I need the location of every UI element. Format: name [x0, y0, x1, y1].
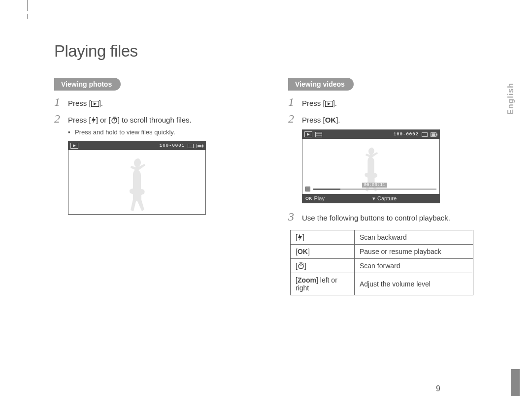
step-number: 1 [288, 95, 302, 109]
movie-icon [315, 132, 322, 137]
photos-step-1: 1 Press []. [54, 95, 268, 109]
svg-rect-15 [316, 132, 322, 137]
table-cell: Scan backward [355, 230, 473, 244]
table-row: [Zoom] left or right Adjust the volume l… [291, 273, 473, 295]
table-row: [] Scan backward [291, 230, 473, 244]
card-icon [188, 144, 194, 148]
step-text: ]. [336, 116, 340, 124]
lcd-status-bar: 100-0001 [68, 141, 205, 150]
timer-icon [298, 262, 304, 269]
photos-column: Viewing photos 1 Press []. 2 Press [] or… [54, 78, 268, 295]
svg-rect-20 [436, 133, 437, 135]
svg-rect-8 [188, 144, 194, 148]
photo-lcd-preview: 100-0001 [68, 141, 206, 215]
play-label: Play [314, 195, 325, 201]
playback-icon [325, 101, 333, 107]
ok-label: OK [325, 116, 336, 124]
step-number: 1 [54, 95, 68, 109]
videos-step-2: 2 Press [OK]. [288, 112, 502, 126]
stop-icon [305, 187, 310, 191]
svg-marker-2 [92, 117, 96, 124]
card-icon [422, 132, 428, 137]
step-text: ]. [333, 99, 337, 107]
zoom-label: Zoom [298, 276, 316, 284]
svg-line-26 [303, 263, 304, 264]
step-text: ] to scroll through files. [118, 116, 192, 124]
playback-controls-table: [] Scan backward [OK] Pause or resume pl… [290, 230, 473, 295]
photos-step-2: 2 Press [] or [] to scroll through files… [54, 112, 268, 126]
svg-rect-11 [198, 145, 201, 147]
file-counter: 100-0001 [160, 143, 185, 148]
language-tab: English [502, 83, 520, 115]
step-text: Use the following buttons to control pla… [302, 213, 450, 224]
progress-bar: 00:00:11 [305, 186, 436, 192]
svg-marker-22 [298, 234, 302, 241]
step-number: 2 [54, 112, 68, 126]
language-tab-marker [511, 369, 520, 396]
language-label: English [506, 83, 515, 115]
silhouette-image [120, 155, 154, 214]
step-number: 3 [288, 210, 302, 223]
video-lcd-preview: 100-0002 00:00:11 OK Play ▾ [302, 129, 440, 203]
ok-label: OK [298, 248, 308, 255]
table-row: [OK] Pause or resume playback [291, 244, 473, 258]
videos-column: Viewing videos 1 Press []. 2 Press [OK].… [288, 78, 502, 295]
videos-step-1: 1 Press []. [288, 95, 502, 109]
videos-step-3: 3 Use the following buttons to control p… [288, 210, 502, 224]
lcd-bottom-bar: OK Play ▾ Capture [302, 194, 439, 203]
step-text: ] or [ [96, 116, 111, 124]
svg-rect-10 [202, 145, 203, 147]
elapsed-time: 00:00:11 [362, 183, 387, 188]
step-text: Press [ [68, 99, 91, 107]
step-text: ]. [99, 99, 103, 107]
battery-icon [431, 132, 437, 137]
step-text: Press [ [68, 116, 91, 124]
svg-marker-13 [328, 102, 331, 105]
capture-label: Capture [377, 195, 397, 201]
step-text: Press [ [302, 99, 325, 107]
svg-marker-7 [73, 144, 76, 147]
step-number: 2 [288, 112, 302, 126]
playback-mode-icon [304, 131, 312, 137]
svg-line-6 [116, 118, 117, 119]
playback-icon [91, 101, 99, 107]
down-arrow-icon: ▾ [372, 196, 375, 201]
table-cell: Pause or resume playback [355, 244, 473, 258]
flash-icon [91, 117, 96, 124]
flash-icon [298, 234, 302, 241]
table-cell: Scan forward [355, 258, 473, 273]
svg-rect-18 [422, 132, 428, 136]
file-counter: 100-0002 [394, 132, 419, 137]
svg-rect-21 [432, 133, 435, 136]
section-label-photos: Viewing photos [54, 78, 121, 91]
ok-indicator: OK [305, 196, 312, 201]
svg-marker-1 [94, 102, 97, 105]
bullet-text: Press and hold to view files quickly. [75, 128, 175, 136]
page-number: 9 [436, 384, 440, 393]
step-text: Press [ [302, 116, 325, 124]
svg-marker-14 [307, 133, 310, 136]
playback-mode-icon [70, 143, 78, 149]
photos-step-2-bullet: ▪ Press and hold to view files quickly. [68, 128, 268, 136]
timer-icon [111, 117, 118, 124]
lcd-status-bar: 100-0002 [302, 130, 439, 139]
page-title: Playing files [54, 42, 502, 61]
battery-icon [197, 144, 203, 148]
table-row: [] Scan forward [291, 258, 473, 273]
section-label-videos: Viewing videos [288, 78, 354, 91]
bullet-icon: ▪ [68, 128, 75, 136]
table-cell: Adjust the volume level [355, 273, 473, 295]
